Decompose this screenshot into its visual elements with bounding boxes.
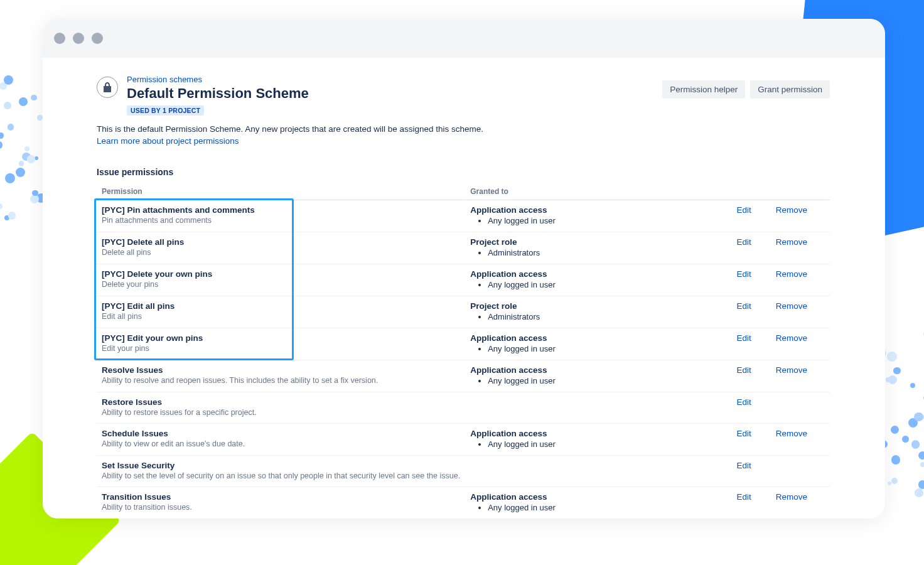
permission-desc: Ability to resolve and reopen issues. Th… xyxy=(102,376,460,385)
permission-name: [PYC] Pin attachments and comments xyxy=(102,205,460,215)
remove-link[interactable]: Remove xyxy=(776,269,807,279)
lock-icon xyxy=(97,77,118,98)
edit-link[interactable]: Edit xyxy=(737,205,751,215)
grant-title: Application access xyxy=(470,365,726,375)
permission-name: [PYC] Edit all pins xyxy=(102,301,460,311)
grant-list: Any logged in user xyxy=(470,439,726,449)
browser-frame: Permission schemes Default Permission Sc… xyxy=(43,19,885,519)
grant-title: Application access xyxy=(470,492,726,502)
permission-desc: Edit all pins xyxy=(102,312,460,321)
permission-name: [PYC] Delete all pins xyxy=(102,237,460,247)
col-header-granted: Granted to xyxy=(465,183,731,200)
edit-link[interactable]: Edit xyxy=(737,429,751,438)
grant-list: Administrators xyxy=(470,312,726,321)
permission-desc: Ability to set the level of security on … xyxy=(102,471,460,480)
permission-name: Restore Issues xyxy=(102,397,460,407)
table-row: Transition IssuesAbility to transition i… xyxy=(97,487,830,519)
remove-link[interactable]: Remove xyxy=(776,333,807,343)
table-row: [PYC] Edit your own pinsEdit your pinsAp… xyxy=(97,328,830,360)
grant-item: Administrators xyxy=(488,312,726,321)
grant-item: Any logged in user xyxy=(488,344,726,353)
window-dot-1 xyxy=(54,33,65,44)
edit-link[interactable]: Edit xyxy=(737,492,751,502)
grant-item: Any logged in user xyxy=(488,216,726,225)
breadcrumb-link[interactable]: Permission schemes xyxy=(127,75,202,84)
edit-link[interactable]: Edit xyxy=(737,365,751,375)
table-row: Set Issue SecurityAbility to set the lev… xyxy=(97,456,830,487)
table-row: [PYC] Edit all pinsEdit all pinsProject … xyxy=(97,296,830,328)
remove-link[interactable]: Remove xyxy=(776,301,807,311)
table-row: [PYC] Pin attachments and commentsPin at… xyxy=(97,200,830,232)
remove-link[interactable]: Remove xyxy=(776,492,807,502)
permission-desc: Ability to view or edit an issue's due d… xyxy=(102,439,460,448)
grant-list: Any logged in user xyxy=(470,344,726,353)
col-header-permission: Permission xyxy=(97,183,465,200)
table-row: Resolve IssuesAbility to resolve and reo… xyxy=(97,360,830,392)
permission-desc: Delete your pins xyxy=(102,280,460,289)
table-row: Restore IssuesAbility to restore issues … xyxy=(97,392,830,424)
grant-title: Project role xyxy=(470,237,726,247)
grant-title: Application access xyxy=(470,429,726,438)
remove-link[interactable]: Remove xyxy=(776,429,807,438)
edit-link[interactable]: Edit xyxy=(737,301,751,311)
table-row: Schedule IssuesAbility to view or edit a… xyxy=(97,424,830,456)
permission-name: [PYC] Edit your own pins xyxy=(102,333,460,343)
window-dot-3 xyxy=(92,33,103,44)
permission-name: Set Issue Security xyxy=(102,461,460,470)
permission-name: [PYC] Delete your own pins xyxy=(102,269,460,279)
edit-link[interactable]: Edit xyxy=(737,269,751,279)
grant-title: Project role xyxy=(470,301,726,311)
grant-list: Any logged in user xyxy=(470,216,726,225)
permission-name: Transition Issues xyxy=(102,492,460,502)
permission-desc: Pin attachments and comments xyxy=(102,216,460,225)
used-by-lozenge: USED BY 1 PROJECT xyxy=(127,105,204,116)
learn-more-link[interactable]: Learn more about project permissions xyxy=(97,136,239,146)
grant-item: Any logged in user xyxy=(488,503,726,512)
permission-helper-button[interactable]: Permission helper xyxy=(662,80,745,99)
grant-item: Any logged in user xyxy=(488,439,726,449)
edit-link[interactable]: Edit xyxy=(737,397,751,407)
table-row: [PYC] Delete all pinsDelete all pinsProj… xyxy=(97,232,830,264)
grant-item: Administrators xyxy=(488,248,726,257)
permission-desc: Delete all pins xyxy=(102,248,460,257)
grant-list: Any logged in user xyxy=(470,280,726,289)
edit-link[interactable]: Edit xyxy=(737,237,751,247)
grant-item: Any logged in user xyxy=(488,280,726,289)
permission-name: Resolve Issues xyxy=(102,365,460,375)
grant-list: Administrators xyxy=(470,248,726,257)
page-header: Permission schemes Default Permission Sc… xyxy=(97,74,830,116)
edit-link[interactable]: Edit xyxy=(737,333,751,343)
grant-title: Application access xyxy=(470,205,726,215)
permission-desc: Edit your pins xyxy=(102,344,460,353)
section-title: Issue permissions xyxy=(97,167,830,177)
remove-link[interactable]: Remove xyxy=(776,205,807,215)
permission-name: Schedule Issues xyxy=(102,429,460,438)
grant-title: Application access xyxy=(470,269,726,279)
permissions-table-wrap: Permission Granted to [PYC] Pin attachme… xyxy=(97,183,830,519)
window-dot-2 xyxy=(73,33,84,44)
grant-item: Any logged in user xyxy=(488,376,726,385)
permission-desc: Ability to transition issues. xyxy=(102,503,460,512)
remove-link[interactable]: Remove xyxy=(776,237,807,247)
titlebar xyxy=(43,19,885,58)
scheme-description: This is the default Permission Scheme. A… xyxy=(97,124,830,134)
grant-list: Any logged in user xyxy=(470,503,726,512)
remove-link[interactable]: Remove xyxy=(776,365,807,375)
table-row: [PYC] Delete your own pinsDelete your pi… xyxy=(97,264,830,296)
decorative-dots-top-left xyxy=(0,75,44,239)
page-content: Permission schemes Default Permission Sc… xyxy=(97,74,830,519)
permission-desc: Ability to restore issues for a specific… xyxy=(102,408,460,417)
grant-list: Any logged in user xyxy=(470,376,726,385)
permissions-table: Permission Granted to [PYC] Pin attachme… xyxy=(97,183,830,519)
grant-title: Application access xyxy=(470,333,726,343)
grant-permission-button[interactable]: Grant permission xyxy=(750,80,830,99)
edit-link[interactable]: Edit xyxy=(737,461,751,470)
breadcrumb: Permission schemes xyxy=(127,74,309,84)
page-title: Default Permission Scheme xyxy=(127,85,309,102)
